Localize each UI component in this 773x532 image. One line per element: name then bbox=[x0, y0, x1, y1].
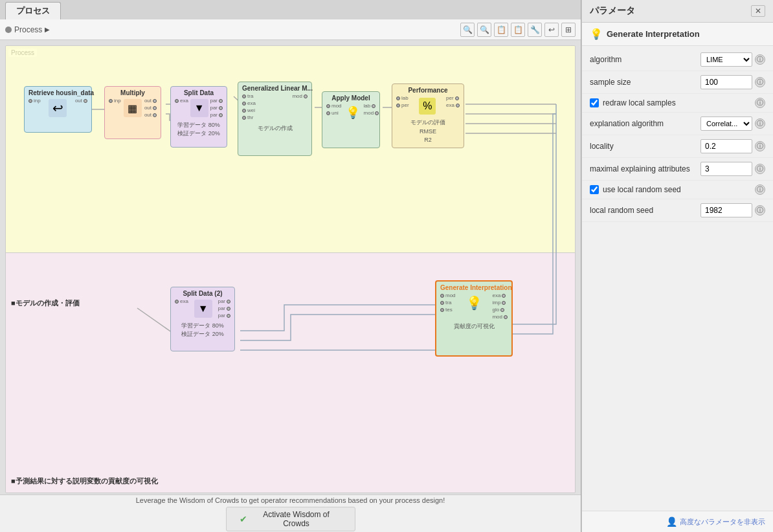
param-row-algorithm: algorithm LIME SHAP ⓘ bbox=[582, 49, 773, 71]
param-control-sample-size: ⓘ bbox=[700, 75, 765, 89]
bulb-icon: 💡 bbox=[590, 28, 603, 40]
activate-label: Activate Wisdom of Crowds bbox=[251, 510, 342, 528]
param-label-sample-size: sample size bbox=[590, 78, 695, 87]
op-genlinear-ports: tra exa wei thr mod bbox=[242, 93, 308, 120]
param-row-sample-size: sample size ⓘ bbox=[582, 71, 773, 94]
param-label-algorithm: algorithm bbox=[590, 55, 695, 64]
param-info-algorithm[interactable]: ⓘ bbox=[755, 54, 765, 65]
op-retrieve-ports: inp ↩ out bbox=[28, 98, 87, 118]
param-info-random-seed[interactable]: ⓘ bbox=[755, 184, 765, 195]
bottom-bar: Leverage the Wisdom of Crowds to get ope… bbox=[0, 494, 581, 532]
params-subtitle-text: Generate Interpretation bbox=[607, 29, 700, 39]
param-row-random-seed: use local random seed ⓘ bbox=[582, 181, 773, 199]
param-input-max-attrs[interactable] bbox=[700, 162, 752, 176]
process-tab[interactable]: プロセス bbox=[5, 2, 61, 19]
param-row-local-seed: local random seed ⓘ bbox=[582, 199, 773, 222]
param-label-local-seed: local random seed bbox=[590, 206, 695, 215]
op-retrieve-title: Retrieve housin_data bbox=[28, 89, 87, 96]
section-label-model: ■モデルの作成・評価 bbox=[11, 298, 80, 308]
param-control-algorithm: LIME SHAP ⓘ bbox=[700, 52, 765, 67]
param-label-locality: locality bbox=[590, 142, 695, 151]
param-checkbox-redraw: redraw local samples bbox=[590, 98, 676, 107]
param-chklabel-redraw: redraw local samples bbox=[603, 98, 676, 107]
params-subtitle: 💡 Generate Interpretation bbox=[582, 23, 773, 46]
param-label-max-attrs: maximal explaining attributes bbox=[590, 164, 695, 173]
param-info-local-seed[interactable]: ⓘ bbox=[755, 205, 765, 216]
op-split2-title: Split Data (2) bbox=[175, 290, 230, 297]
params-footer: 👤 高度なパラメータを非表示 bbox=[582, 511, 773, 532]
op-performance-title: Performance bbox=[396, 87, 460, 94]
param-label-expln-algo: explanation algorithm bbox=[590, 119, 695, 128]
param-input-local-seed[interactable] bbox=[700, 203, 752, 217]
param-info-sample-size[interactable]: ⓘ bbox=[755, 77, 765, 87]
op-multiply-ports: inp ▦ out out out bbox=[109, 98, 157, 118]
undo-btn[interactable]: ↩ bbox=[544, 23, 559, 37]
param-checkbox-random-seed: use local random seed bbox=[590, 185, 681, 194]
param-info-max-attrs[interactable]: ⓘ bbox=[755, 164, 765, 174]
op-performance[interactable]: Performance lab per % per exa モデルの評価RMSE… bbox=[392, 83, 464, 148]
breadcrumb-process: Process bbox=[14, 25, 42, 34]
right-panel: パラメータ ✕ 💡 Generate Interpretation algori… bbox=[581, 0, 773, 532]
param-input-locality[interactable] bbox=[700, 139, 752, 153]
breadcrumb-dot bbox=[5, 27, 12, 33]
copy-btn[interactable]: 📋 bbox=[494, 23, 508, 37]
param-control-locality: ⓘ bbox=[700, 139, 765, 153]
breadcrumb-arrow: ▶ bbox=[45, 26, 50, 33]
section-label-contrib: ■予測結果に対する説明変数の貢献度の可視化 bbox=[11, 476, 158, 486]
params-header: パラメータ ✕ bbox=[582, 0, 773, 23]
op-multiply-title: Multiply bbox=[109, 89, 157, 96]
breadcrumb: Process ▶ bbox=[5, 25, 458, 34]
op-retrieve[interactable]: Retrieve housin_data inp ↩ out bbox=[24, 86, 92, 133]
param-chklabel-random-seed: use local random seed bbox=[603, 185, 681, 194]
param-info-expln-algo[interactable]: ⓘ bbox=[755, 118, 765, 129]
zoom-in-btn[interactable]: 🔍 bbox=[460, 23, 475, 37]
param-row-locality: locality ⓘ bbox=[582, 135, 773, 158]
param-row-expln-algo: explanation algorithm Correlat... Linear… bbox=[582, 113, 773, 135]
op-apply-model[interactable]: Apply Model mod uni 💡 lab mod bbox=[322, 91, 380, 148]
params-list: algorithm LIME SHAP ⓘ sample size ⓘ redr… bbox=[582, 46, 773, 511]
op-split-data[interactable]: Split Data exa ▼ par par par 学習データ 80%検証… bbox=[170, 86, 227, 148]
op-split2-ports: exa ▼ par par par bbox=[175, 298, 230, 319]
param-input-sample-size[interactable] bbox=[700, 75, 752, 89]
wisdom-text: Leverage the Wisdom of Crowds to get ope… bbox=[136, 496, 445, 504]
param-control-expln-algo: Correlat... Linear ⓘ bbox=[700, 116, 765, 131]
activate-wisdom-btn[interactable]: ✔ Activate Wisdom of Crowds bbox=[226, 507, 355, 531]
adv-params-link[interactable]: 👤 高度なパラメータを非表示 bbox=[666, 516, 765, 527]
param-control-max-attrs: ⓘ bbox=[700, 162, 765, 176]
params-close-btn[interactable]: ✕ bbox=[751, 5, 765, 17]
param-info-locality[interactable]: ⓘ bbox=[755, 141, 765, 151]
zoom-out-btn[interactable]: 🔍 bbox=[477, 23, 491, 37]
op-genlinear-title: Generalized Linear M... bbox=[242, 85, 308, 92]
adv-params-label: 高度なパラメータを非表示 bbox=[680, 517, 765, 527]
param-row-max-attrs: maximal explaining attributes ⓘ bbox=[582, 158, 773, 181]
param-select-expln-algo[interactable]: Correlat... Linear bbox=[700, 116, 752, 131]
param-select-algorithm[interactable]: LIME SHAP bbox=[700, 52, 752, 67]
op-apply-title: Apply Model bbox=[326, 94, 375, 102]
op-geninterp-ports: mod tra tes 💡 exa imp glo mod bbox=[440, 293, 508, 320]
op-split-ports: exa ▼ par par par bbox=[175, 98, 223, 118]
param-chk-random-seed[interactable] bbox=[590, 185, 599, 194]
param-row-redraw: redraw local samples ⓘ bbox=[582, 94, 773, 113]
checkmark-icon: ✔ bbox=[240, 514, 247, 524]
toolbar-icons: 🔍 🔍 📋 📋 🔧 ↩ ⊞ bbox=[460, 23, 576, 37]
params-title: パラメータ bbox=[590, 5, 635, 17]
port-out: out bbox=[75, 98, 87, 104]
port-inp: inp bbox=[28, 98, 41, 104]
param-info-redraw[interactable]: ⓘ bbox=[755, 98, 765, 108]
paste-btn[interactable]: 📋 bbox=[511, 23, 525, 37]
op-generate-interp[interactable]: Generate Interpretation mod tra tes 💡 ex… bbox=[435, 280, 513, 357]
layout-btn[interactable]: ⊞ bbox=[561, 23, 576, 37]
canvas-area: Process ■モデルの作成・評価 ■予測結果に対する説明変数の貢献度の可視化 bbox=[0, 40, 581, 532]
op-geninterp-title: Generate Interpretation bbox=[440, 284, 508, 291]
param-chk-redraw[interactable] bbox=[590, 98, 599, 107]
param-control-local-seed: ⓘ bbox=[700, 203, 765, 217]
toolbar: Process ▶ 🔍 🔍 📋 📋 🔧 ↩ ⊞ bbox=[0, 19, 581, 40]
process-canvas: Process ■モデルの作成・評価 ■予測結果に対する説明変数の貢献度の可視化 bbox=[5, 45, 576, 493]
settings-btn[interactable]: 🔧 bbox=[528, 23, 542, 37]
op-apply-ports: mod uni 💡 lab mod bbox=[326, 103, 375, 122]
op-split-title: Split Data bbox=[175, 89, 223, 96]
op-split-data2[interactable]: Split Data (2) exa ▼ par par par 学習データ 8… bbox=[170, 287, 235, 351]
op-multiply[interactable]: Multiply inp ▦ out out out bbox=[104, 86, 161, 139]
op-generalized-linear[interactable]: Generalized Linear M... tra exa wei thr … bbox=[238, 82, 312, 156]
op-performance-ports: lab per % per exa bbox=[396, 95, 460, 117]
